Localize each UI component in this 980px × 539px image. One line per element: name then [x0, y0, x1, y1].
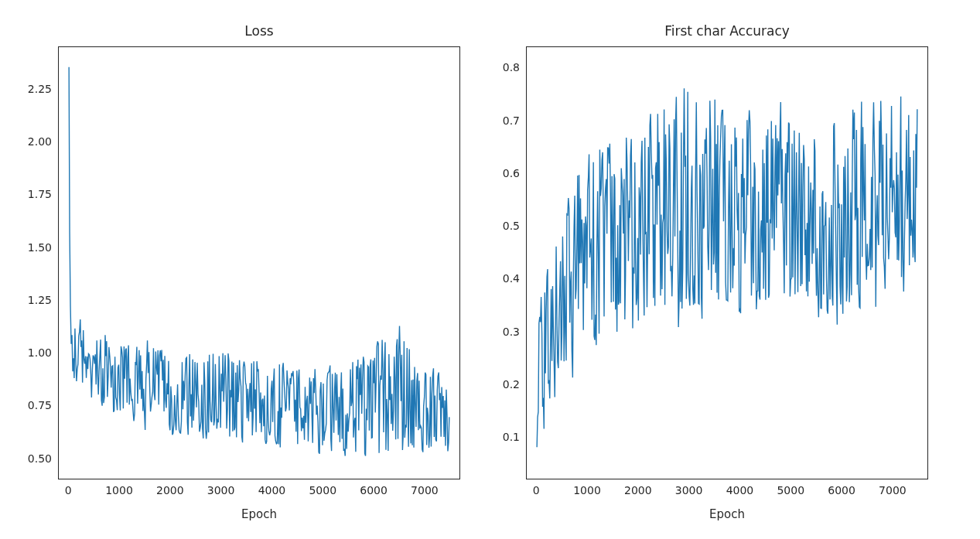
x-tick-label: 7000 [879, 479, 907, 496]
subplot-loss: Loss Epoch 0.500.751.001.251.501.752.002… [58, 46, 460, 539]
y-tick-label: 1.50 [28, 241, 58, 254]
y-tick-label: 2.25 [28, 83, 58, 95]
x-tick-label: 3000 [207, 479, 235, 496]
y-tick-label: 0.6 [503, 167, 526, 179]
y-tick-label: 0.2 [503, 378, 526, 391]
x-tick-label: 4000 [258, 479, 286, 496]
y-tick-label: 0.5 [503, 220, 526, 232]
y-tick-label: 1.75 [28, 188, 58, 200]
chart-title-accuracy: First char Accuracy [526, 23, 928, 39]
y-tick-label: 0.7 [503, 114, 526, 127]
y-tick-label: 2.00 [28, 135, 58, 148]
plot-area-loss [58, 46, 460, 479]
x-tick-label: 0 [533, 479, 540, 496]
x-axis-label-accuracy: Epoch [526, 507, 928, 521]
figure: Loss Epoch 0.500.751.001.251.501.752.002… [0, 0, 980, 539]
y-tick-label: 0.8 [503, 61, 526, 73]
y-tick-label: 0.3 [503, 326, 526, 338]
y-tick-label: 1.25 [28, 294, 58, 306]
x-tick-label: 6000 [360, 479, 388, 496]
y-tick-label: 0.50 [28, 452, 58, 465]
x-tick-label: 5000 [777, 479, 804, 496]
x-tick-label: 1000 [105, 479, 133, 496]
y-tick-label: 0.4 [503, 272, 526, 285]
line-series-loss [59, 47, 459, 479]
line-series-accuracy [527, 47, 927, 479]
x-tick-label: 2000 [624, 479, 652, 496]
chart-title-loss: Loss [58, 23, 460, 39]
x-tick-label: 7000 [411, 479, 439, 496]
x-tick-label: 1000 [573, 479, 601, 496]
y-tick-label: 0.1 [503, 431, 526, 443]
x-tick-label: 0 [65, 479, 72, 496]
x-tick-label: 2000 [156, 479, 184, 496]
x-axis-label-loss: Epoch [58, 507, 460, 521]
x-tick-label: 4000 [726, 479, 754, 496]
x-tick-label: 6000 [828, 479, 855, 496]
x-tick-label: 3000 [675, 479, 703, 496]
subplot-accuracy: First char Accuracy Epoch 0.10.20.30.40.… [526, 46, 928, 539]
y-tick-label: 0.75 [28, 399, 58, 411]
plot-area-accuracy [526, 46, 928, 479]
x-tick-label: 5000 [309, 479, 336, 496]
y-tick-label: 1.00 [28, 346, 58, 359]
